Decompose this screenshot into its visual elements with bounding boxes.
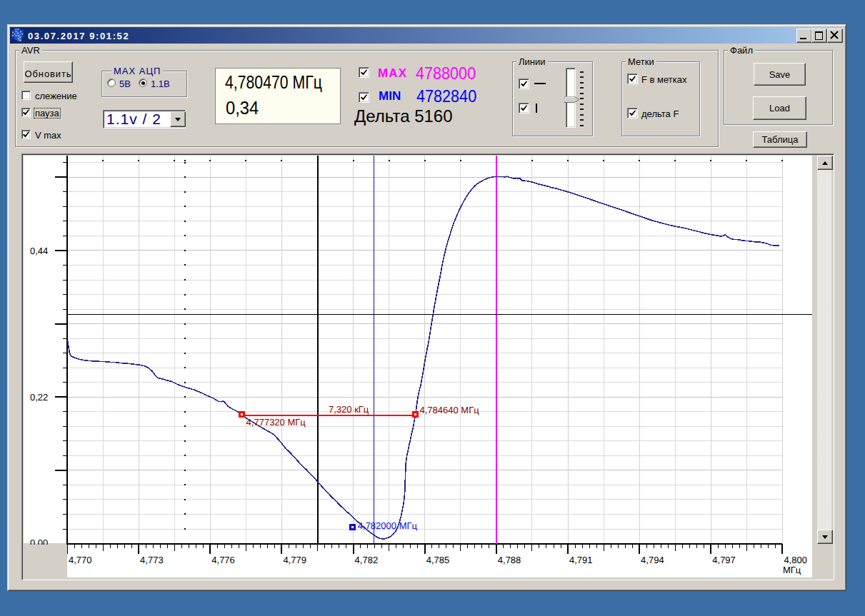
svg-text:4,777320 МГц: 4,777320 МГц <box>246 417 306 428</box>
svg-text:4,782000 МГц: 4,782000 МГц <box>358 520 418 531</box>
svg-text:0,44: 0,44 <box>30 246 48 256</box>
svg-text:4,773: 4,773 <box>140 555 164 565</box>
svg-text:4,800: 4,800 <box>784 555 807 565</box>
svg-text:4,782: 4,782 <box>355 555 379 565</box>
svg-text:7,320 кГц: 7,320 кГц <box>329 404 369 415</box>
svg-text:4,779: 4,779 <box>283 555 306 565</box>
svg-text:4,776: 4,776 <box>211 555 235 565</box>
svg-text:4,794: 4,794 <box>641 555 664 565</box>
svg-text:4,797: 4,797 <box>712 555 736 565</box>
svg-text:4,788: 4,788 <box>498 555 521 565</box>
svg-text:МГц: МГц <box>783 565 801 575</box>
svg-text:4,791: 4,791 <box>569 555 593 565</box>
svg-text:0,22: 0,22 <box>30 392 48 403</box>
svg-text:4,770: 4,770 <box>69 555 92 565</box>
svg-text:4,784640 МГц: 4,784640 МГц <box>420 405 480 415</box>
svg-text:4,785: 4,785 <box>426 555 450 565</box>
